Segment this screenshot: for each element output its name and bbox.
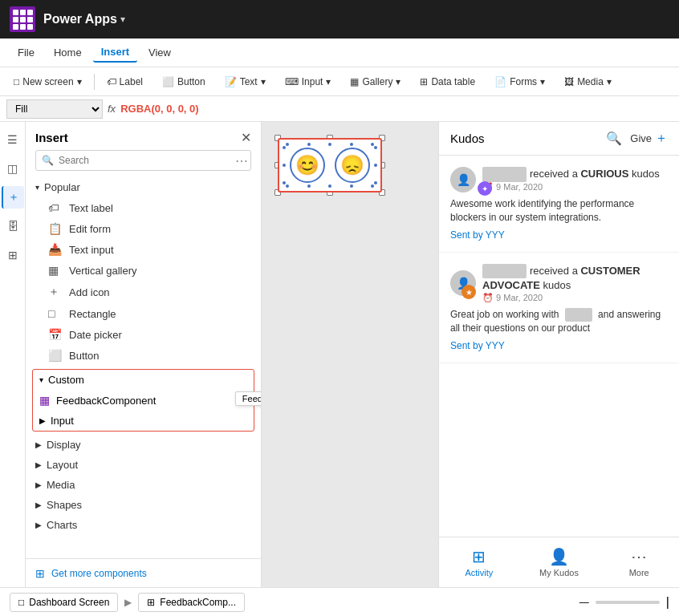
nav-my-kudos[interactable]: 👤 My Kudos	[519, 544, 600, 581]
insert-list: ▾ Popular 🏷 Text label 📋 Edit form 📥 Tex…	[26, 177, 261, 558]
media-chevron-icon: ▶	[35, 480, 42, 489]
kudos-item-2-meta: ██████ received a CUSTOMER ADVOCATE kudo…	[482, 264, 668, 303]
sidebar-layers-icon[interactable]: ◫	[2, 157, 24, 180]
feedback-component-canvas[interactable]: 😊 😞	[278, 138, 382, 192]
plus-zoom-button[interactable]: |	[666, 595, 669, 610]
shapes-label: Shapes	[47, 499, 82, 511]
formula-bar: Fill fx RGBA(0, 0, 0, 0)	[0, 96, 679, 122]
get-more-components-button[interactable]: ⊞ Get more components	[26, 558, 261, 587]
kudos-header: Kudos 🔍 Give ＋	[439, 122, 679, 156]
search-input[interactable]	[35, 150, 251, 171]
vertical-gallery-item[interactable]: ▦ Vertical gallery	[26, 260, 261, 281]
search-more-icon[interactable]: ⋯	[235, 153, 248, 168]
more-icon: ⋯	[631, 547, 647, 566]
dashboard-screen-tab[interactable]: □ Dashboard Screen	[10, 593, 118, 612]
sidebar-insert-icon[interactable]: ＋	[2, 186, 24, 209]
add-icon-icon: ＋	[48, 285, 63, 299]
shapes-chevron-icon: ▶	[35, 500, 42, 509]
new-screen-button[interactable]: □ New screen ▾	[6, 73, 89, 91]
media-button[interactable]: 🖼 Media ▾	[557, 73, 619, 91]
blurred-name-1: ██████	[482, 167, 527, 181]
charts-section-header[interactable]: ▶ Charts	[26, 515, 261, 535]
date-picker-item[interactable]: 📅 Date picker	[26, 324, 261, 345]
input-icon: ⌨	[285, 76, 299, 87]
text-label-item[interactable]: 🏷 Text label	[26, 197, 261, 218]
minus-zoom-button[interactable]: —	[579, 597, 589, 608]
toolbar-separator	[94, 74, 95, 90]
sidebar-controls-icon[interactable]: ⊞	[2, 244, 24, 266]
vertical-gallery-icon: ▦	[48, 264, 63, 277]
gallery-button[interactable]: ▦ Gallery ▾	[343, 73, 408, 91]
data-table-button[interactable]: ⊞ Data table	[413, 73, 482, 91]
menu-insert[interactable]: Insert	[93, 43, 137, 63]
insert-panel-header: Insert ✕	[26, 122, 261, 150]
text-chevron-icon: ▾	[261, 76, 266, 87]
sidebar-menu-icon[interactable]: ☰	[2, 128, 24, 151]
my-kudos-icon: 👤	[549, 547, 569, 566]
menu-home[interactable]: Home	[46, 43, 90, 62]
forms-button[interactable]: 📄 Forms ▾	[487, 73, 552, 91]
input-button[interactable]: ⌨ Input ▾	[278, 73, 339, 91]
label-icon: 🏷	[107, 76, 116, 87]
kudos-bottom-nav: ⊞ Activity 👤 My Kudos ⋯ More	[439, 537, 679, 587]
feedback-tab-icon: ⊞	[147, 597, 155, 608]
media-section-header[interactable]: ▶ Media	[26, 475, 261, 495]
sidebar-data-icon[interactable]: 🗄	[2, 215, 24, 237]
button-toolbar-btn[interactable]: ⬜ Button	[155, 73, 213, 91]
waffle-icon[interactable]	[10, 6, 35, 32]
tab-arrow-icon: ▶	[124, 597, 132, 608]
add-icon-item[interactable]: ＋ Add icon	[26, 281, 261, 303]
display-chevron-icon: ▶	[35, 440, 42, 449]
title-chevron-icon[interactable]: ▾	[120, 14, 125, 25]
layout-section-header[interactable]: ▶ Layout	[26, 455, 261, 475]
menu-view[interactable]: View	[140, 43, 179, 62]
menu-file[interactable]: File	[10, 43, 43, 62]
kudos-give-button[interactable]: Give ＋	[630, 130, 668, 147]
kudos-item-2-header: 👤 ★ ██████ received a CUSTOMER ADVOCATE …	[450, 264, 668, 303]
fx-label: fx	[108, 103, 116, 115]
kudos-item-2: 👤 ★ ██████ received a CUSTOMER ADVOCATE …	[439, 253, 679, 363]
text-button[interactable]: 📝 Text ▾	[218, 73, 273, 91]
rectangle-icon: □	[48, 307, 63, 320]
property-dropdown[interactable]: Fill	[6, 99, 103, 119]
feedback-box: 😊 😞	[278, 138, 382, 192]
input-chevron-expand-icon: ▶	[39, 416, 46, 425]
input-section-header[interactable]: ▶ Input	[33, 411, 254, 431]
nav-activity[interactable]: ⊞ Activity	[439, 544, 519, 581]
shapes-section-header[interactable]: ▶ Shapes	[26, 495, 261, 515]
new-screen-chevron-icon: ▾	[77, 76, 82, 87]
display-section-header[interactable]: ▶ Display	[26, 435, 261, 455]
insert-close-button[interactable]: ✕	[241, 130, 251, 145]
blurred-name-3: ████	[565, 308, 592, 322]
rectangle-item[interactable]: □ Rectangle	[26, 303, 261, 324]
other-sections: ▶ Display ▶ Layout ▶ Media ▶ Shapes ▶	[26, 435, 261, 541]
kudos-search-icon[interactable]: 🔍	[606, 131, 622, 146]
kudos-title: Kudos	[450, 132, 598, 145]
feedback-component-item[interactable]: ▦ FeedbackComponent ⋯ FeedbackComponent	[33, 390, 254, 411]
forms-icon: 📄	[494, 76, 506, 87]
canvas-inner: 😊 😞 Kudos 🔍 Give ＋	[262, 122, 679, 587]
button-item[interactable]: ⬜ Button	[26, 345, 261, 366]
menu-bar: File Home Insert View	[0, 38, 679, 67]
kudos-panel: Kudos 🔍 Give ＋ 👤 ✦	[438, 122, 679, 587]
zoom-slider[interactable]	[596, 601, 660, 604]
display-label: Display	[47, 439, 81, 451]
custom-section-header[interactable]: ▾ Custom	[33, 370, 254, 390]
activity-icon: ⊞	[472, 547, 486, 566]
kudos-item-1-header: 👤 ✦ ██████ received a CURIOUS kudos	[450, 167, 668, 192]
smiley-face-icon: 😊	[290, 148, 325, 183]
kudos-sent-2: Sent by YYY	[450, 340, 668, 351]
text-icon: 📝	[225, 76, 237, 87]
charts-label: Charts	[47, 519, 77, 531]
edit-form-icon: 📋	[48, 222, 63, 235]
nav-more[interactable]: ⋯ More	[599, 544, 679, 581]
gallery-icon: ▦	[350, 76, 359, 87]
text-input-item[interactable]: 📥 Text input	[26, 239, 261, 260]
formula-content: RGBA(0, 0, 0, 0)	[120, 103, 199, 115]
edit-form-item[interactable]: 📋 Edit form	[26, 218, 261, 239]
popular-section-header[interactable]: ▾ Popular	[26, 177, 261, 197]
app-title: Power Apps	[43, 12, 117, 26]
status-bar: □ Dashboard Screen ▶ ⊞ FeedbackComp... —…	[0, 587, 679, 616]
label-button[interactable]: 🏷 Label	[100, 73, 150, 91]
feedback-comp-tab[interactable]: ⊞ FeedbackComp...	[138, 593, 245, 612]
